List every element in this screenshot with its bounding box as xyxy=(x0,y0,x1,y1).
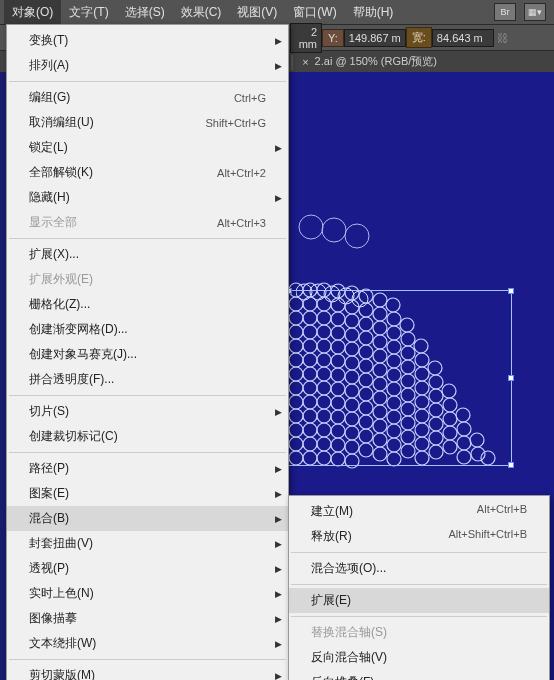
menu-item[interactable]: 剪切蒙版(M)▶ xyxy=(7,663,288,680)
document-tab[interactable]: × 2.ai @ 150% (RGB/预览) xyxy=(294,51,445,72)
submenu-arrow-icon: ▶ xyxy=(275,539,282,549)
menu-item[interactable]: 编组(G)Ctrl+G xyxy=(7,85,288,110)
bridge-icon[interactable]: Br xyxy=(494,3,516,21)
menu-item[interactable]: 图案(E)▶ xyxy=(7,481,288,506)
link-icon[interactable]: ⛓ xyxy=(497,32,508,44)
submenu-arrow-icon: ▶ xyxy=(275,564,282,574)
menu-item[interactable]: 扩展(X)... xyxy=(7,242,288,267)
menu-item: 扩展外观(E) xyxy=(7,267,288,292)
submenu-arrow-icon: ▶ xyxy=(275,407,282,417)
menu-item: 显示全部Alt+Ctrl+3 xyxy=(7,210,288,235)
submenu-arrow-icon: ▶ xyxy=(275,464,282,474)
tab-close-icon[interactable]: × xyxy=(302,56,308,68)
submenu-item[interactable]: 混合选项(O)... xyxy=(289,556,549,581)
menu-item[interactable]: 栅格化(Z)... xyxy=(7,292,288,317)
menu-item[interactable]: 全部解锁(K)Alt+Ctrl+2 xyxy=(7,160,288,185)
menu-item[interactable]: 拼合透明度(F)... xyxy=(7,367,288,392)
submenu-arrow-icon: ▶ xyxy=(275,143,282,153)
menu-text[interactable]: 文字(T) xyxy=(61,0,116,25)
submenu-item[interactable]: 反向混合轴(V) xyxy=(289,645,549,670)
w-field[interactable]: 84.643 m xyxy=(432,29,494,47)
handle-se[interactable] xyxy=(508,462,514,468)
submenu-arrow-icon: ▶ xyxy=(275,489,282,499)
menu-item[interactable]: 透视(P)▶ xyxy=(7,556,288,581)
menubar: 对象(O) 文字(T) 选择(S) 效果(C) 视图(V) 窗口(W) 帮助(H… xyxy=(0,0,554,24)
menu-item[interactable]: 变换(T)▶ xyxy=(7,28,288,53)
svg-point-2 xyxy=(345,224,369,248)
menu-item[interactable]: 路径(P)▶ xyxy=(7,456,288,481)
blend-submenu: 建立(M)Alt+Ctrl+B释放(R)Alt+Shift+Ctrl+B混合选项… xyxy=(288,495,550,680)
menu-item[interactable]: 实时上色(N)▶ xyxy=(7,581,288,606)
menu-item[interactable]: 封套扭曲(V)▶ xyxy=(7,531,288,556)
y-field[interactable]: 149.867 m xyxy=(344,29,406,47)
menu-effect[interactable]: 效果(C) xyxy=(173,0,230,25)
handle-ne[interactable] xyxy=(508,288,514,294)
menu-item[interactable]: 取消编组(U)Shift+Ctrl+G xyxy=(7,110,288,135)
menu-object[interactable]: 对象(O) xyxy=(4,0,61,25)
menu-item[interactable]: 图像描摹▶ xyxy=(7,606,288,631)
menu-window[interactable]: 窗口(W) xyxy=(285,0,344,25)
menu-item[interactable]: 创建对象马赛克(J)... xyxy=(7,342,288,367)
submenu-item[interactable]: 建立(M)Alt+Ctrl+B xyxy=(289,499,549,524)
submenu-arrow-icon: ▶ xyxy=(275,61,282,71)
submenu-arrow-icon: ▶ xyxy=(275,193,282,203)
submenu-item[interactable]: 释放(R)Alt+Shift+Ctrl+B xyxy=(289,524,549,549)
submenu-arrow-icon: ▶ xyxy=(275,514,282,524)
y-label: Y: xyxy=(322,29,344,47)
menu-item[interactable]: 文本绕排(W)▶ xyxy=(7,631,288,656)
submenu-arrow-icon: ▶ xyxy=(275,639,282,649)
submenu-arrow-icon: ▶ xyxy=(275,36,282,46)
x-suffix: 2 mm xyxy=(290,23,322,53)
submenu-arrow-icon: ▶ xyxy=(275,589,282,599)
w-label: 宽: xyxy=(406,27,432,48)
object-menu: 变换(T)▶排列(A)▶编组(G)Ctrl+G取消编组(U)Shift+Ctrl… xyxy=(6,24,289,680)
svg-point-0 xyxy=(299,215,323,239)
submenu-item[interactable]: 扩展(E) xyxy=(289,588,549,613)
menu-view[interactable]: 视图(V) xyxy=(229,0,285,25)
menu-item[interactable]: 切片(S)▶ xyxy=(7,399,288,424)
svg-point-1 xyxy=(322,218,346,242)
selection-bounds xyxy=(288,290,512,466)
menu-select[interactable]: 选择(S) xyxy=(117,0,173,25)
menu-item[interactable]: 创建裁切标记(C) xyxy=(7,424,288,449)
submenu-item: 替换混合轴(S) xyxy=(289,620,549,645)
submenu-arrow-icon: ▶ xyxy=(275,671,282,681)
menu-item[interactable]: 排列(A)▶ xyxy=(7,53,288,78)
submenu-arrow-icon: ▶ xyxy=(275,614,282,624)
tab-title: 2.ai @ 150% (RGB/预览) xyxy=(315,54,437,69)
handle-e[interactable] xyxy=(508,375,514,381)
menu-item[interactable]: 混合(B)▶ xyxy=(7,506,288,531)
menu-item[interactable]: 创建渐变网格(D)... xyxy=(7,317,288,342)
submenu-item[interactable]: 反向堆叠(F) xyxy=(289,670,549,680)
arrange-docs-icon[interactable]: ▦▾ xyxy=(524,3,546,21)
menu-item[interactable]: 锁定(L)▶ xyxy=(7,135,288,160)
menu-item[interactable]: 隐藏(H)▶ xyxy=(7,185,288,210)
menu-help[interactable]: 帮助(H) xyxy=(345,0,402,25)
